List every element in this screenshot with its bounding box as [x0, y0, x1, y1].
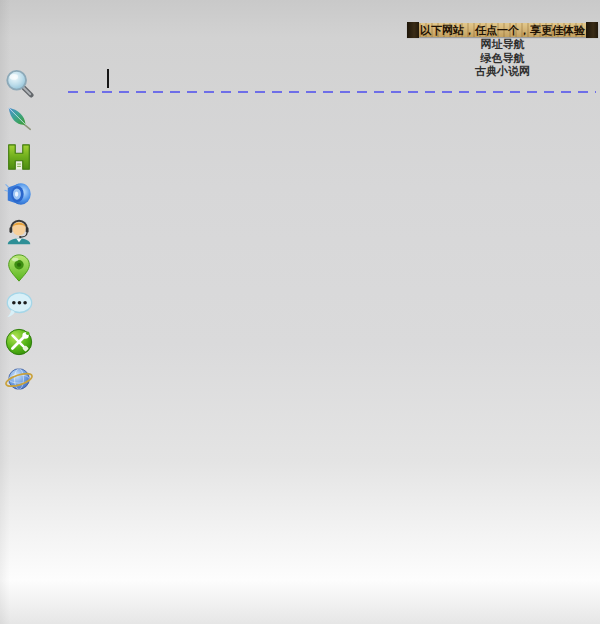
link-classic-novel[interactable]: 古典小说网	[410, 65, 595, 79]
save-button[interactable]	[4, 142, 34, 172]
support-agent-icon	[4, 216, 34, 246]
save-icon	[4, 142, 34, 172]
location-pin-button[interactable]	[4, 253, 34, 283]
search-icon	[4, 68, 34, 98]
desktop-widget: 以下网站，任点一个，享更佳体验 网址导航 绿色导航 古典小说网	[0, 0, 600, 624]
globe-icon	[4, 364, 34, 394]
feather-pen-button[interactable]	[4, 105, 34, 135]
promo-banner: 以下网站，任点一个，享更佳体验	[407, 23, 598, 37]
location-pin-icon	[4, 253, 34, 283]
speaker-button[interactable]	[4, 179, 34, 209]
feather-pen-icon	[4, 105, 34, 135]
icon-sidebar	[4, 68, 36, 394]
link-green-nav[interactable]: 绿色导航	[410, 52, 595, 66]
nav-links: 网址导航 绿色导航 古典小说网	[410, 38, 595, 79]
globe-button[interactable]	[4, 364, 34, 394]
search-button[interactable]	[4, 68, 34, 98]
link-site-nav[interactable]: 网址导航	[410, 38, 595, 52]
text-cursor	[107, 69, 109, 88]
speaker-icon	[4, 179, 34, 209]
tools-button[interactable]	[4, 327, 34, 357]
chat-ellipsis-icon	[4, 290, 34, 320]
banner-text: 以下网站，任点一个，享更佳体验	[407, 23, 598, 37]
support-agent-button[interactable]	[4, 216, 34, 246]
tools-icon	[4, 327, 34, 357]
input-underline[interactable]	[68, 91, 596, 93]
chat-button[interactable]	[4, 290, 34, 320]
